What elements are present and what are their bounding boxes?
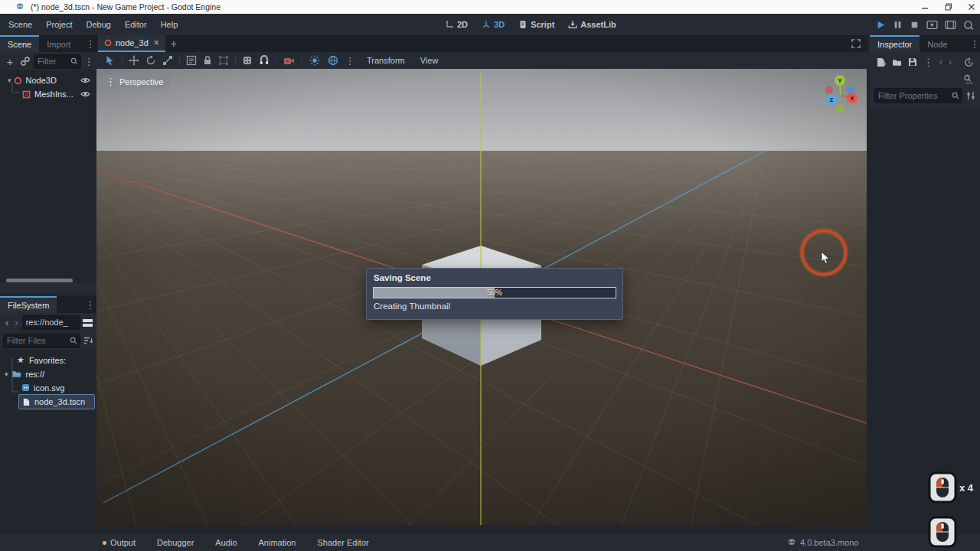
camera-override-icon[interactable] [283, 56, 295, 66]
group-icon[interactable] [218, 55, 229, 66]
menu-scene[interactable]: Scene [2, 14, 39, 35]
bottom-tab-animation[interactable]: Animation [248, 533, 307, 551]
snap-icon[interactable] [259, 55, 270, 66]
scene-tree-menu-icon[interactable]: ⋮ [84, 57, 93, 67]
version-info[interactable]: 4.0.beta3.mono [787, 533, 858, 551]
filesystem-dock: FileSystem ⋮ ‹ › ★ Favorites: ▾ [0, 296, 96, 533]
bottom-tab-output[interactable]: Output [96, 533, 146, 551]
viewport-options-icon[interactable]: ⋮ [345, 56, 355, 66]
inspector-menu-icon[interactable]: ⋮ [969, 35, 980, 52]
movie-maker-button[interactable] [963, 20, 974, 30]
scale-mode-icon[interactable] [162, 55, 173, 66]
path-input[interactable] [23, 318, 80, 327]
bottom-tab-shader-editor[interactable]: Shader Editor [306, 533, 379, 551]
visibility-eye-icon[interactable] [80, 77, 90, 84]
filesystem-tree: ★ Favorites: ▾ res:// icon.svg node_3d.t… [0, 350, 96, 533]
stop-button[interactable] [910, 20, 920, 30]
workspace-script-button[interactable]: Script [512, 15, 560, 34]
file-row-node3d-tscn-selected[interactable]: node_3d.tscn [18, 394, 95, 409]
split-mode-icon[interactable] [82, 318, 93, 328]
dialog-status: Creating Thumbnail [374, 302, 450, 311]
select-mode-icon[interactable] [105, 55, 115, 66]
horizontal-scrollbar[interactable] [6, 279, 73, 282]
lock-icon[interactable] [203, 55, 212, 66]
preview-environment-icon[interactable] [328, 55, 338, 66]
restore-button[interactable] [945, 3, 952, 11]
perspective-menu-button[interactable]: ⋮ Perspective [102, 74, 170, 89]
mouse-click-indicator-icon [928, 471, 957, 504]
add-node-button[interactable]: + [3, 54, 17, 68]
filesystem-menu-icon[interactable]: ⋮ [84, 296, 96, 313]
file-row-icon-svg[interactable]: icon.svg [0, 381, 96, 394]
menu-debug[interactable]: Debug [79, 14, 117, 35]
search-documentation-icon[interactable]: DOC [963, 74, 974, 84]
filter-sliders-icon[interactable] [966, 91, 975, 100]
scene-dock-menu-icon[interactable]: ⋮ [84, 35, 96, 52]
scene-filter-field[interactable] [34, 54, 81, 69]
gizmo-y-label: Y [838, 77, 842, 84]
move-mode-icon[interactable] [129, 55, 139, 66]
script-icon [518, 20, 528, 29]
mouse-click-indicator-icon [928, 516, 957, 548]
rotate-mode-icon[interactable] [145, 55, 156, 66]
load-resource-icon[interactable] [892, 58, 902, 67]
gizmo-neg-y[interactable] [836, 105, 844, 112]
new-scene-tab-button[interactable]: + [165, 35, 182, 52]
filter-files-field[interactable] [3, 334, 80, 348]
collapse-arrow-icon[interactable]: ▾ [5, 370, 8, 378]
tab-filesystem[interactable]: FileSystem [0, 296, 57, 313]
filter-properties-field[interactable] [874, 88, 962, 103]
tab-scene[interactable]: Scene [0, 35, 39, 52]
menu-help[interactable]: Help [154, 14, 185, 35]
play-scene-button[interactable] [926, 20, 938, 30]
nav-forward-icon[interactable]: › [12, 317, 20, 328]
path-field[interactable] [22, 315, 80, 330]
gizmo-neg-x[interactable] [825, 86, 833, 94]
scene-file-icon [22, 398, 31, 406]
resource-options-icon[interactable]: ⋮ [923, 57, 933, 67]
bottom-tab-audio[interactable]: Audio [204, 533, 247, 551]
filter-files-input[interactable] [4, 336, 70, 345]
close-tab-icon[interactable]: × [154, 37, 159, 48]
gizmo-neg-z[interactable] [847, 86, 854, 93]
workspace-3d-button[interactable]: 3D [475, 15, 511, 34]
pause-button[interactable] [893, 20, 903, 30]
selection-list-icon[interactable] [186, 55, 197, 66]
tree-branch-line [11, 358, 20, 395]
close-button[interactable] [968, 3, 975, 11]
play-button[interactable] [876, 20, 886, 30]
saving-scene-dialog: Saving Scene 50% Creating Thumbnail [366, 268, 623, 320]
tab-node[interactable]: Node [920, 35, 955, 52]
object-history-icon[interactable] [964, 57, 974, 67]
visibility-eye-icon[interactable] [80, 90, 90, 98]
workspace-assetlib-button[interactable]: AssetLib [562, 15, 622, 34]
view-axis-gizmo[interactable]: Y X Z [812, 70, 867, 118]
tab-inspector[interactable]: Inspector [870, 35, 920, 52]
file-sort-icon[interactable] [83, 336, 93, 345]
toolbar-separator [302, 55, 302, 66]
local-space-icon[interactable] [242, 55, 253, 66]
tree-row-meshinstance[interactable]: MeshIns... [0, 87, 96, 101]
new-resource-icon[interactable] [876, 57, 886, 67]
nav-back-icon[interactable]: ‹ [3, 317, 11, 328]
filter-properties-input[interactable] [875, 91, 952, 100]
minimize-button[interactable] [921, 3, 929, 11]
view-menu[interactable]: View [414, 56, 445, 65]
workspace-2d-button[interactable]: 2D [439, 15, 474, 34]
transform-menu[interactable]: Transform [358, 56, 414, 65]
expand-viewport-icon[interactable] [851, 39, 861, 48]
scene-file-tab-node3d[interactable]: node_3d × [98, 35, 165, 52]
history-forward-icon[interactable]: › [949, 57, 952, 67]
menu-project[interactable]: Project [39, 14, 79, 35]
scene-filter-input[interactable] [34, 57, 70, 66]
godot-editor-window: (*) node_3d.tscn - New Game Project - Go… [0, 0, 980, 551]
history-back-icon[interactable]: ‹ [939, 57, 942, 67]
preview-sun-icon[interactable] [309, 55, 320, 66]
tab-import[interactable]: Import [39, 35, 78, 52]
bottom-tab-debugger[interactable]: Debugger [146, 533, 204, 551]
menu-editor[interactable]: Editor [118, 14, 154, 35]
inspector-content-empty [870, 109, 980, 533]
play-custom-scene-button[interactable] [945, 20, 956, 30]
save-resource-icon[interactable] [908, 57, 917, 67]
instantiate-scene-icon[interactable] [20, 56, 31, 67]
